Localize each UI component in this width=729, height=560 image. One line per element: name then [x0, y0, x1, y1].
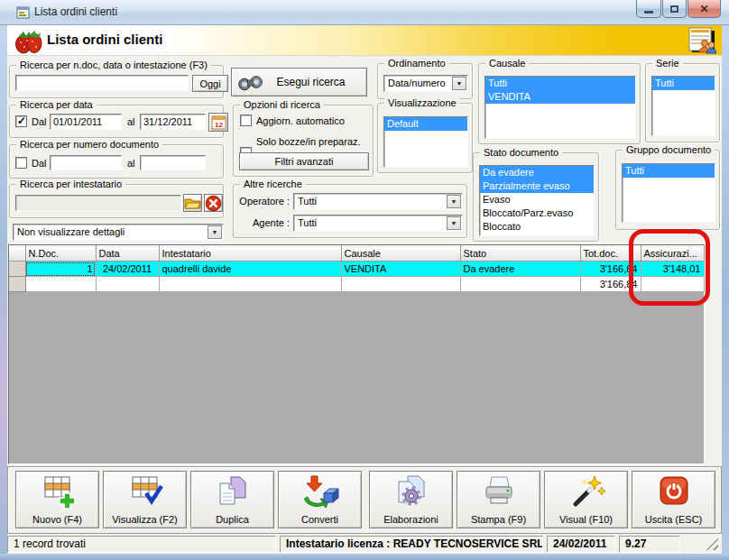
app-icon	[16, 5, 31, 23]
operator-combobox[interactable]: Tutti ▼	[293, 193, 463, 210]
chevron-down-icon[interactable]: ▼	[447, 216, 461, 230]
column-header-stato[interactable]: Stato	[460, 246, 580, 262]
group-other-search: Altre ricerche Operatore : Tutti ▼ Agent…	[233, 184, 467, 238]
close-button[interactable]: ✕	[687, 0, 721, 18]
search-doc-input[interactable]	[15, 75, 189, 91]
date-to-input[interactable]	[140, 114, 206, 130]
number-dal-label: Dal	[32, 158, 47, 169]
date-al-label: al	[127, 116, 135, 127]
agent-label: Agente :	[234, 217, 290, 228]
row-selector-cell[interactable]	[9, 262, 25, 277]
row-selector-cell	[9, 277, 25, 292]
app-header: Lista ordini clienti	[7, 25, 722, 56]
chevron-down-icon[interactable]: ▼	[452, 77, 466, 90]
duplicate-document-icon	[215, 474, 251, 514]
group-doc-group-legend: Gruppo documento	[623, 144, 715, 155]
run-search-button[interactable]: Esegui ricerca	[231, 68, 367, 96]
column-header-data[interactable]: Data	[96, 246, 159, 262]
group-search-date: Ricerca per data Dal al 12	[9, 105, 224, 138]
list-item[interactable]: Tutti	[652, 77, 715, 90]
uscita-button[interactable]: Uscita (ESC)	[632, 471, 715, 528]
license-holder: Intestatario licenza : READY TECNOSERVIC…	[280, 536, 543, 553]
holder-input[interactable]	[15, 195, 181, 211]
holder-browse-button[interactable]	[183, 194, 202, 212]
list-item[interactable]: Tutti	[623, 164, 715, 178]
number-to-input[interactable]	[140, 155, 206, 170]
operator-combobox-value: Tutti	[298, 196, 317, 207]
list-item[interactable]: Da evadere	[480, 166, 594, 179]
sorting-combobox[interactable]: Data/numero ▼	[383, 75, 468, 92]
power-icon	[658, 474, 690, 512]
window-title: Lista ordini clienti	[34, 0, 117, 24]
stampa-button[interactable]: Stampa (F9)	[457, 471, 540, 528]
cell-ndoc[interactable]: 1	[25, 262, 96, 277]
date-filter-checkbox[interactable]	[15, 115, 27, 127]
elaborazioni-button[interactable]: Elaborazioni	[369, 471, 453, 528]
duplica-button[interactable]: Duplica	[190, 471, 274, 528]
column-header-ndoc[interactable]: N.Doc.	[25, 246, 96, 262]
cell-intestatario[interactable]: quadrelli davide	[159, 262, 341, 277]
number-filter-checkbox[interactable]	[15, 157, 27, 169]
status-bar: 1 record trovati Intestatario licenza : …	[7, 534, 722, 554]
nuovo-button[interactable]: Nuovo (F4)	[15, 471, 99, 528]
number-from-input[interactable]	[50, 155, 122, 170]
document-gear-icon	[393, 474, 429, 514]
doc-group-listbox: Tutti	[622, 163, 715, 223]
group-doc-group: Gruppo documento Tutti	[615, 150, 720, 230]
visual-button[interactable]: Visual (F10)	[544, 471, 628, 528]
cell-data[interactable]: 24/02/2011	[96, 262, 159, 277]
doc-status-listbox: Da evadere Parzialmente evaso Evaso Bloc…	[479, 165, 595, 236]
grid-corner-cell	[9, 246, 25, 262]
minimize-icon	[644, 11, 653, 14]
oggi-button[interactable]: Oggi	[192, 75, 228, 92]
magic-wand-icon	[568, 474, 605, 514]
list-item[interactable]: Default	[384, 117, 467, 131]
clear-red-x-icon	[205, 195, 222, 212]
group-search-holder: Ricerca per intestatario	[9, 184, 224, 218]
visualizza-button[interactable]: Visualizza (F2)	[103, 471, 187, 528]
advanced-filters-button[interactable]: Filtri avanzati	[239, 152, 369, 170]
run-search-label: Esegui ricerca	[276, 76, 345, 88]
reason-listbox: Tutti VENDITA	[484, 76, 636, 139]
maximize-button[interactable]	[662, 0, 687, 18]
date-dal-label: Dal	[32, 116, 47, 127]
resize-grip[interactable]	[706, 537, 718, 550]
group-doc-status-legend: Stato documento	[480, 147, 562, 158]
column-header-causale[interactable]: Causale	[341, 246, 460, 262]
group-other-search-legend: Altre ricerche	[240, 179, 306, 189]
list-item[interactable]: Bloccato	[480, 220, 594, 234]
date-from-input[interactable]	[50, 114, 122, 130]
title-bar: Lista ordini clienti ✕	[0, 0, 729, 25]
auto-update-checkbox[interactable]	[240, 115, 252, 126]
minimize-button[interactable]	[636, 0, 661, 18]
convert-arrows-icon	[301, 474, 339, 514]
status-time: 9.27	[619, 536, 680, 553]
agent-combobox[interactable]: Tutti ▼	[293, 215, 463, 232]
list-item[interactable]: Tutti	[485, 77, 635, 90]
chevron-down-icon[interactable]: ▼	[447, 195, 461, 208]
customer-list-icon[interactable]	[687, 27, 716, 58]
chevron-down-icon[interactable]: ▼	[208, 225, 222, 239]
list-item[interactable]: Parzialmente evaso	[480, 179, 594, 193]
cell-causale[interactable]: VENDITA	[341, 262, 460, 277]
window-border-right	[722, 25, 729, 560]
converti-button[interactable]: Converti	[278, 471, 362, 528]
series-listbox: Tutti	[651, 76, 715, 136]
list-item[interactable]: Bloccato/Parz.evaso	[480, 207, 594, 220]
printer-icon	[480, 474, 518, 514]
details-combobox[interactable]: Non visualizzare dettagli ▼	[13, 224, 224, 241]
calendar-button[interactable]: 12	[208, 113, 228, 132]
table-plus-icon	[38, 474, 78, 514]
cell-stato[interactable]: Da evadere	[460, 262, 580, 277]
group-sorting-legend: Ordinamento	[384, 58, 449, 69]
table-row[interactable]: 1 24/02/2011 quadrelli davide VENDITA Da…	[9, 262, 704, 277]
list-item[interactable]: VENDITA	[485, 90, 635, 104]
operator-label: Operatore :	[234, 196, 290, 207]
results-grid: N.Doc. Data Intestatario Causale Stato T…	[8, 244, 705, 464]
column-header-intestatario[interactable]: Intestatario	[159, 246, 341, 262]
group-search-doc-legend: Ricerca per n.doc, data o intestazione (…	[16, 60, 211, 70]
holder-clear-button[interactable]	[204, 194, 223, 212]
group-search-number-legend: Ricerca per numero documento	[16, 139, 162, 150]
list-item[interactable]: Evaso	[480, 193, 594, 207]
group-series-legend: Serie	[652, 58, 683, 69]
